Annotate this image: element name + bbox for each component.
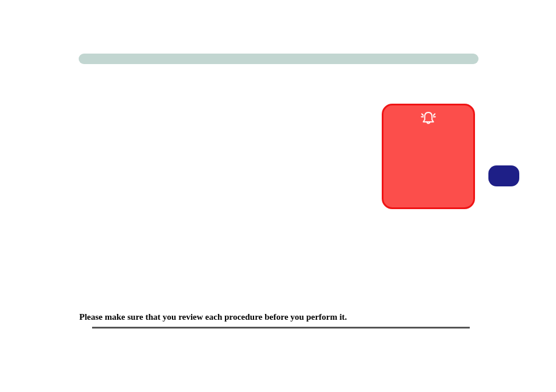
- side-tab-button[interactable]: [488, 165, 519, 186]
- warning-box: [382, 104, 475, 209]
- instruction-text: Please make sure that you review each pr…: [79, 312, 347, 322]
- header-bar: [79, 54, 478, 64]
- divider-line: [92, 327, 470, 329]
- alarm-bell-icon: [420, 110, 437, 127]
- svg-line-2: [434, 114, 435, 116]
- svg-line-0: [422, 114, 424, 116]
